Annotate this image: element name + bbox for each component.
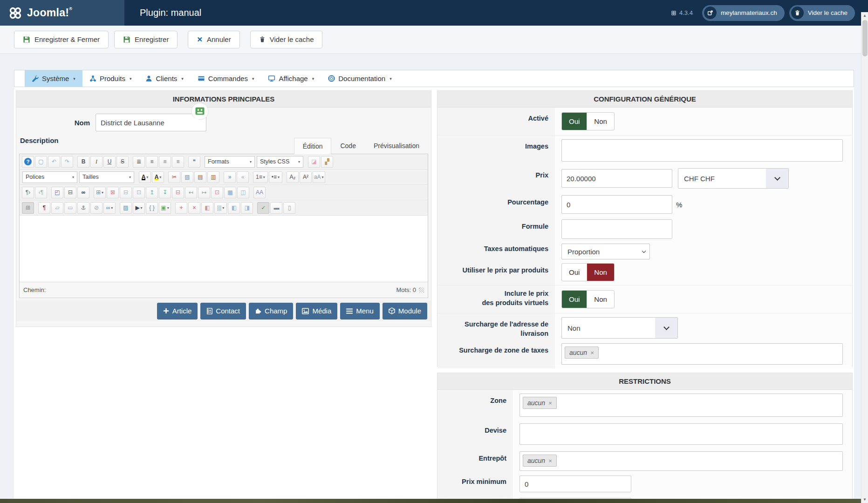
insert-menu-button[interactable]: Menu	[340, 303, 380, 319]
images-input[interactable]	[561, 139, 843, 162]
widget-button-icon[interactable]: ▭	[64, 202, 76, 214]
menu-item-clients[interactable]: Clients ▾	[138, 70, 190, 87]
styles-css-select[interactable]: Styles CSS ▾	[257, 156, 303, 168]
table-icon[interactable]: ⊞ ▾	[94, 187, 106, 198]
copy-icon[interactable]: ▧	[181, 171, 193, 183]
anchor-icon[interactable]: ⚓	[77, 202, 89, 214]
underline-icon[interactable]: U	[103, 156, 116, 168]
assistant-bubble-icon[interactable]	[190, 102, 211, 125]
fullscreen-icon[interactable]: ◰	[51, 187, 63, 198]
align-right-icon[interactable]: ≡	[172, 156, 184, 168]
prix-par-produits-non-button[interactable]: Non	[587, 264, 614, 281]
navbar-clear-cache-button[interactable]: Vider le cache	[789, 5, 855, 21]
site-preview-button[interactable]: meylanmateriaux.ch	[702, 5, 785, 21]
cleanup-icon[interactable]: ▞	[321, 156, 333, 168]
new-document-icon[interactable]: ▢	[35, 156, 47, 168]
menu-item-produits[interactable]: Produits ▾	[82, 70, 139, 87]
align-center-icon[interactable]: ≡	[146, 156, 158, 168]
superscript-icon[interactable]: A²	[300, 171, 312, 183]
remove-column-icon[interactable]: ◨	[241, 202, 253, 214]
spellcheck-icon[interactable]: ✓	[257, 202, 269, 214]
tab-code[interactable]: Code	[331, 137, 364, 154]
cancel-button[interactable]: ✕ Annuler	[188, 31, 239, 48]
delete-row-icon[interactable]: ⊟	[172, 187, 184, 198]
page-scrollbar[interactable]: ▲ ▼	[861, 12, 868, 503]
help-icon[interactable]: ?	[22, 156, 34, 168]
code-sample-icon[interactable]: { }	[146, 202, 158, 214]
bold-icon[interactable]: B	[77, 156, 89, 168]
delete-col-icon[interactable]: ⊡	[211, 187, 223, 198]
redo-icon[interactable]: ↷	[61, 156, 73, 168]
prix-minimum-input[interactable]	[519, 476, 631, 492]
columns-icon[interactable]: ||| ▾	[214, 202, 227, 214]
eraser-icon[interactable]: ◪	[308, 156, 320, 168]
cut-icon[interactable]: ✂	[168, 171, 180, 183]
editor-resize-handle[interactable]	[419, 287, 424, 292]
insert-media-icon[interactable]: ▶ ▾	[133, 202, 145, 214]
add-template-icon[interactable]: +	[175, 202, 187, 214]
scroll-down-icon[interactable]: ▼	[863, 496, 867, 503]
font-select-icon[interactable]: AA	[253, 187, 266, 198]
active-oui-button[interactable]: Oui	[562, 113, 587, 130]
prix-par-produits-oui-button[interactable]: Oui	[562, 264, 587, 281]
subscript-icon[interactable]: A₂	[287, 171, 299, 183]
insert-article-button[interactable]: Article	[157, 303, 198, 319]
currency-select[interactable]: CHF CHF	[678, 168, 789, 189]
font-size-select[interactable]: Tailles ▾	[79, 171, 134, 183]
cell-properties-icon[interactable]: ⊡	[133, 187, 145, 198]
content-blocks-icon[interactable]: ◧	[201, 202, 213, 214]
ltr-paragraph-icon[interactable]: ¶›	[22, 187, 34, 198]
insert-row-after-icon[interactable]: ↧	[159, 187, 171, 198]
indent-icon[interactable]: »	[224, 171, 236, 183]
insert-layer-icon[interactable]: ▣ ▾	[159, 202, 171, 214]
prix-virtuels-oui-button[interactable]: Oui	[562, 291, 587, 308]
insert-col-after-icon[interactable]: ↦	[198, 187, 210, 198]
text-color-icon[interactable]: A ▾	[139, 171, 151, 183]
scrollbar-thumb[interactable]	[862, 20, 868, 56]
align-left-icon[interactable]: ≡	[159, 156, 171, 168]
insert-image-icon[interactable]: ▨	[120, 202, 132, 214]
find-icon[interactable]: ∞	[77, 187, 89, 198]
insert-module-button[interactable]: Module	[383, 303, 427, 319]
highlight-color-icon[interactable]: A ▾	[152, 171, 164, 183]
insert-media-button[interactable]: Média	[296, 303, 337, 319]
change-case-icon[interactable]: aA ▾	[313, 171, 325, 183]
link-icon[interactable]: ∞ ▾	[103, 202, 116, 214]
delete-table-icon[interactable]: ⊠	[107, 187, 119, 198]
taxes-select[interactable]: Proportion	[561, 244, 650, 259]
prix-input[interactable]	[561, 169, 672, 188]
active-non-button[interactable]: Non	[587, 113, 614, 130]
zone-tagfield[interactable]: aucun ×	[519, 394, 843, 417]
bullet-list-icon[interactable]: •≡ ▾	[269, 171, 282, 183]
align-justify-icon[interactable]: ≣	[133, 156, 145, 168]
merge-cells-icon[interactable]: ◫	[237, 187, 249, 198]
unlink-icon[interactable]: ⊘	[90, 202, 103, 214]
scroll-up-icon[interactable]: ▲	[863, 12, 867, 19]
insert-champ-button[interactable]: Champ	[249, 303, 293, 319]
pourcentage-input[interactable]	[561, 195, 672, 214]
blockquote-icon[interactable]: “	[188, 156, 200, 168]
save-close-button[interactable]: Enregistrer & Fermer	[14, 31, 109, 48]
insert-col-before-icon[interactable]: ↤	[185, 187, 197, 198]
tab-edition[interactable]: Édition	[294, 138, 332, 154]
remove-tag-icon[interactable]: ×	[548, 457, 552, 464]
remove-tag-icon[interactable]: ×	[590, 349, 594, 356]
menu-item-commandes[interactable]: Commandes ▾	[191, 70, 261, 87]
layout-box-icon[interactable]: ▯	[283, 202, 295, 214]
formats-select[interactable]: Formats ▾	[205, 156, 255, 168]
remove-tag-icon[interactable]: ×	[548, 400, 552, 407]
add-column-icon[interactable]: ◧	[228, 202, 240, 214]
tab-previsualisation[interactable]: Prévisualisation	[365, 137, 428, 154]
clear-cache-button[interactable]: Vider le cache	[250, 31, 323, 48]
rtl-paragraph-icon[interactable]: ‹¶	[35, 187, 47, 198]
row-properties-icon[interactable]: ⊟	[120, 187, 132, 198]
insert-contact-button[interactable]: Contact	[200, 303, 246, 319]
strikethrough-icon[interactable]: S	[116, 156, 129, 168]
menu-item-systeme[interactable]: Système ▾	[25, 70, 82, 87]
surcharge-zone-tagfield[interactable]: aucun ×	[561, 343, 843, 365]
show-invisibles-icon[interactable]: ¶	[38, 202, 50, 214]
italic-icon[interactable]: I	[90, 156, 103, 168]
horizontal-rule-icon[interactable]: ▬	[270, 202, 282, 214]
entrepot-tagfield[interactable]: aucun ×	[519, 451, 843, 471]
paste-as-text-icon[interactable]: ▥	[207, 171, 219, 183]
